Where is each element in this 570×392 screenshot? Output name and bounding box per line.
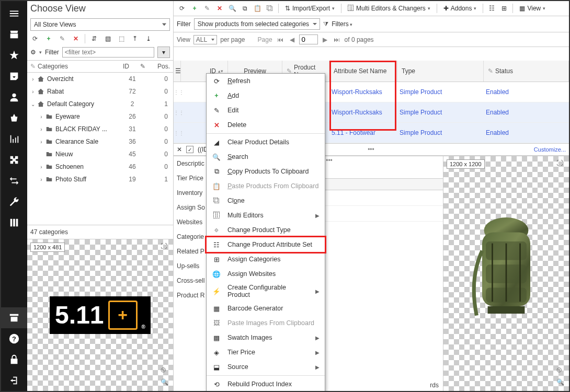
- logout-icon[interactable]: [1, 370, 27, 391]
- tool4-icon[interactable]: ⤒: [130, 34, 140, 43]
- drag-handle-icon[interactable]: ⋮⋮: [174, 110, 179, 116]
- type-header[interactable]: Type: [402, 67, 415, 75]
- expand-icon[interactable]: ⛶: [161, 243, 170, 252]
- menu-item-refresh[interactable]: ⟳Refresh: [207, 74, 325, 88]
- view-button[interactable]: ▦View▾: [516, 4, 549, 13]
- star-icon[interactable]: [1, 45, 27, 66]
- menu-item-swatch-images[interactable]: ▩Swatch Images▶: [207, 330, 325, 345]
- copy-icon[interactable]: ⧉: [240, 3, 250, 14]
- wrench-icon[interactable]: [1, 191, 27, 212]
- menu-item-add[interactable]: +Add: [207, 88, 325, 103]
- funnel-icon[interactable]: ▾: [157, 47, 170, 58]
- category-tree[interactable]: ›Overzicht410›Rabat720⌄Default Category2…: [27, 73, 173, 225]
- prev-page-icon[interactable]: ◀: [288, 36, 296, 43]
- category-row[interactable]: ›Overzicht410: [27, 73, 173, 85]
- menu-item-copy-products-to-clipboard[interactable]: ⧉Copy Products To Clipboard: [207, 164, 325, 179]
- menu-item-barcode-generator[interactable]: ▦Barcode Generator: [207, 301, 325, 316]
- expander-icon[interactable]: ›: [38, 177, 45, 182]
- menu-item-rebuild-product-index[interactable]: ⟲Rebuild Product Index: [207, 377, 325, 391]
- zoom-icon[interactable]: 🔍: [556, 378, 566, 388]
- user-icon[interactable]: [1, 87, 27, 108]
- menu-item-delete[interactable]: ✕Delete: [207, 118, 325, 132]
- first-page-icon[interactable]: ⏮: [276, 36, 285, 43]
- menu-item-assign-websites[interactable]: 🌐Assign Websites: [207, 267, 325, 281]
- checkbox[interactable]: ✓: [186, 146, 193, 153]
- menu-item-change-product-type[interactable]: ⟐Change Product Type: [207, 223, 325, 237]
- tool2-icon[interactable]: ▧: [103, 34, 112, 43]
- drag-handle-icon[interactable]: ⋮⋮: [174, 89, 179, 95]
- expander-icon[interactable]: ⌄: [29, 101, 37, 107]
- select-all-column[interactable]: ☰: [174, 61, 181, 82]
- filters-button[interactable]: Filters ▾: [332, 20, 352, 28]
- page-input[interactable]: [299, 34, 318, 44]
- tool3-icon[interactable]: ⬚: [117, 34, 126, 43]
- multi-editors-button[interactable]: ⿲Multi Editors & Changers▾: [345, 4, 434, 13]
- filter-combo[interactable]: Show products from selected categories: [194, 18, 320, 30]
- category-row[interactable]: ›Photo Stuff191: [27, 173, 173, 186]
- close-icon[interactable]: ✕: [177, 146, 182, 153]
- category-row[interactable]: ⌄Default Category21: [27, 98, 173, 110]
- chart-icon[interactable]: [1, 129, 27, 149]
- edit-icon[interactable]: ✎: [202, 3, 212, 14]
- category-row[interactable]: ›Eyeware260: [27, 110, 173, 123]
- add-icon[interactable]: +: [44, 34, 53, 43]
- next-page-icon[interactable]: ▶: [321, 36, 329, 43]
- menu-item-source[interactable]: ⬓Source▶: [207, 360, 325, 374]
- tool1-icon[interactable]: ⇵: [89, 34, 99, 43]
- store-icon[interactable]: [1, 24, 27, 45]
- archive-icon[interactable]: [1, 307, 27, 328]
- import-export-button[interactable]: ⇅Import/Export▾: [282, 4, 338, 13]
- menu-item-create-configurable-product[interactable]: ⚡Create Configurable Product▶: [207, 281, 325, 301]
- delete-icon[interactable]: ✕: [71, 34, 81, 43]
- refresh-icon[interactable]: ⟳: [30, 34, 40, 43]
- lock-icon[interactable]: [1, 349, 27, 370]
- refresh-icon[interactable]: ⟳: [177, 3, 187, 14]
- expand-icon[interactable]: ⛶: [556, 159, 566, 169]
- gear-icon[interactable]: ⚙: [30, 49, 36, 56]
- delete-icon[interactable]: ✕: [214, 3, 225, 14]
- last-page-icon[interactable]: ⏭: [332, 36, 341, 43]
- addons-button[interactable]: ✚Addons▾: [440, 4, 480, 13]
- tool5-icon[interactable]: ⤓: [144, 34, 153, 43]
- help-icon[interactable]: ?: [1, 328, 27, 349]
- edit-icon[interactable]: ✎: [58, 34, 67, 43]
- menu-item-edit[interactable]: ✎Edit: [207, 103, 325, 118]
- menu-item-clone[interactable]: ⿻Clone: [207, 193, 325, 208]
- menu-item-tier-price[interactable]: ◈Tier Price▶: [207, 345, 325, 360]
- menu-item-clear-product-details[interactable]: ◢Clear Product Details: [207, 135, 325, 149]
- category-row[interactable]: ›Rabat720: [27, 85, 173, 98]
- category-row[interactable]: Nieuw450: [27, 148, 173, 160]
- category-row[interactable]: ›BLACK FRIDAY ...310: [27, 123, 173, 135]
- zoom-icon[interactable]: 🔍: [161, 378, 170, 388]
- menu-icon[interactable]: [1, 3, 27, 24]
- target-icon[interactable]: ◎: [556, 366, 566, 375]
- view-all-select[interactable]: ALL: [193, 35, 217, 44]
- menu-item-assign-categories[interactable]: ⊞Assign Categories: [207, 252, 325, 267]
- expander-icon[interactable]: ›: [38, 139, 45, 145]
- transfer-icon[interactable]: [1, 170, 27, 191]
- extra2-icon[interactable]: ⊞: [499, 3, 509, 14]
- search-icon[interactable]: 🔍: [227, 3, 237, 14]
- expander-icon[interactable]: ›: [38, 164, 45, 170]
- columns-icon[interactable]: [1, 212, 27, 233]
- menu-item-multi-editors[interactable]: ⿲Multi Editors▶: [207, 208, 325, 223]
- store-selector[interactable]: All Store Views: [30, 18, 170, 31]
- extra1-icon[interactable]: ☷: [486, 3, 497, 14]
- status-header[interactable]: Status: [495, 67, 513, 75]
- paste-icon[interactable]: 📋: [252, 3, 263, 14]
- category-row[interactable]: ›Schoenen460: [27, 160, 173, 173]
- filter-input[interactable]: [62, 47, 154, 57]
- expander-icon[interactable]: ›: [38, 114, 45, 120]
- drag-handle-icon[interactable]: ⋮⋮: [174, 130, 179, 136]
- expander-icon[interactable]: ›: [38, 126, 45, 132]
- expander-icon[interactable]: ›: [29, 89, 37, 95]
- category-row[interactable]: ›Clearance Sale360: [27, 135, 173, 148]
- clone-icon[interactable]: ⿻: [265, 3, 275, 14]
- add-icon[interactable]: +: [189, 3, 200, 14]
- attr-header[interactable]: Attribute Set Name: [334, 67, 386, 75]
- customize-link[interactable]: Customize...: [534, 146, 566, 153]
- funnel-icon[interactable]: ⧩: [323, 20, 328, 28]
- menu-item-search[interactable]: 🔍Search: [207, 149, 325, 164]
- expander-icon[interactable]: ›: [29, 76, 37, 82]
- caret-icon[interactable]: ▾: [39, 50, 42, 55]
